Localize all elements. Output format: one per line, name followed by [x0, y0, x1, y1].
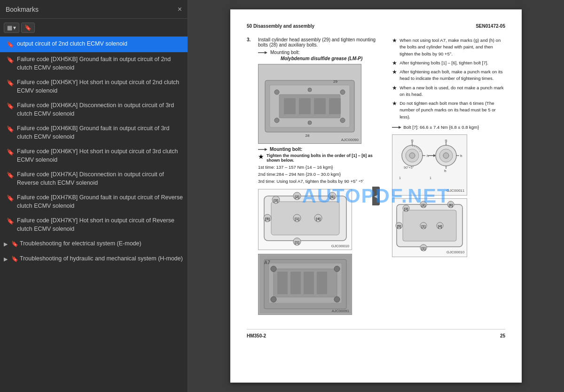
- sidebar-collapse-button[interactable]: ◀: [372, 187, 380, 205]
- bookmark-icon: 🔖: [7, 171, 13, 180]
- bookmark-text: Troubleshooting for electrical system (E…: [20, 240, 183, 248]
- bookmark-icon: 🔖: [7, 194, 13, 203]
- svg-text:1: 1: [430, 176, 431, 180]
- mounting-bolt-section: Mounting bolt: ★ Tighten the mounting bo…: [258, 147, 385, 185]
- chevron-right-icon: ▶: [4, 241, 9, 248]
- note-item: ★ After tightening bolts [1] – [6], tigh…: [392, 60, 505, 66]
- bookmark-text: Troubleshooting of hydraulic and mechani…: [20, 255, 183, 263]
- svg-rect-43: [317, 272, 327, 294]
- bookmark-icon: 🔖: [11, 240, 18, 248]
- list-item[interactable]: 🔖 Failure code [DXH6KB] Ground fault in …: [0, 121, 188, 144]
- close-button[interactable]: ×: [178, 5, 182, 14]
- cross-section-svg: g h 90°+5°: [394, 137, 465, 193]
- sidebar: Bookmarks × ▦ ▾ 🔖 🔖 output circuit of 2n…: [0, 0, 188, 392]
- image-label-cross: GJC00011: [446, 188, 464, 194]
- list-item[interactable]: 🔖 Failure code [DXH7KB] Ground fault in …: [0, 190, 188, 213]
- engine-top-image: 28 29 AJC00090: [258, 64, 361, 144]
- grease-label: Molybdenum disulfide grease (LM-P): [258, 56, 385, 61]
- svg-text:[3]: [3]: [274, 198, 278, 203]
- cross-section-diagram: g h 90°+5°: [392, 134, 467, 196]
- svg-text:h: h: [444, 169, 446, 173]
- engine-bottom-svg: A7: [259, 255, 351, 314]
- tighten-star-row: ★ Tighten the mounting bolts in the orde…: [258, 153, 385, 163]
- notes-column: ★ When not using tool A7, make marks (g)…: [392, 37, 505, 257]
- bookmarks-list: 🔖 output circuit of 2nd clutch ECMV sole…: [0, 37, 188, 392]
- svg-point-44: [271, 266, 276, 272]
- svg-text:g: g: [445, 138, 447, 142]
- bookmark-text: Failure code [DXH6KY] Hot short in outpu…: [17, 148, 183, 164]
- note-text: When a new bolt is used, do not make a p…: [400, 85, 505, 98]
- list-item[interactable]: 🔖 Failure code [DXH5KY] Hot short in out…: [0, 75, 188, 98]
- list-item[interactable]: 🔖 Failure code [DXH7KA] Disconnection in…: [0, 167, 188, 190]
- list-item[interactable]: 🔖 Failure code [DXH5KB] Ground fault in …: [0, 52, 188, 75]
- image-label-bolt1: GJC00010: [331, 244, 349, 248]
- bookmark-button[interactable]: 🔖: [21, 23, 35, 33]
- footer-left: HM350-2: [247, 333, 266, 338]
- note-item: ★ When not using tool A7, make marks (g)…: [392, 37, 505, 57]
- bolt-order-right-svg: [3] [2] [6] [5]: [394, 201, 465, 255]
- tighten-order: 1st time: 137 – 157 Nm {14 – 16 kgm} 2nd…: [258, 164, 385, 185]
- bookmark-icon: 🔖: [7, 148, 13, 157]
- bookmark-text: output circuit of 2nd clutch ECMV soleno…: [17, 40, 183, 48]
- svg-point-52: [409, 153, 415, 158]
- svg-marker-49: [399, 126, 401, 129]
- star-icon: ★: [258, 153, 264, 160]
- mounting-bolt-title: Mounting bolt:: [258, 147, 385, 152]
- svg-rect-40: [277, 272, 288, 294]
- bookmark-text: Failure code [DXH5KY] Hot short in outpu…: [17, 78, 183, 95]
- bookmark-icon: 🔖: [24, 24, 31, 31]
- bolt-diagram-bottom: [3] [2] [6] [5]: [258, 189, 352, 250]
- svg-point-47: [334, 297, 340, 302]
- note-item: ★ When a new bolt is used, do not make a…: [392, 85, 505, 98]
- list-item[interactable]: 🔖 Failure code [DXH7KY] Hot short in out…: [0, 213, 188, 236]
- arrow-icon: [258, 50, 267, 55]
- star-icon: ★: [392, 85, 397, 98]
- list-item[interactable]: 🔖 Failure code [DXH6KY] Hot short in out…: [0, 144, 188, 167]
- star-icon: ★: [392, 37, 397, 57]
- svg-text:28: 28: [306, 133, 310, 138]
- view-dropdown-icon: ▾: [13, 24, 16, 31]
- svg-rect-11: [284, 98, 296, 114]
- note-text: Do not tighten each bolt more than 6 tim…: [400, 100, 505, 120]
- mounting-bolt-label: Mounting bolt:: [258, 50, 385, 55]
- svg-point-6: [274, 118, 279, 123]
- header-left: 50 Disassembly and assembly: [247, 24, 314, 29]
- bookmark-text: Failure code [DXH6KB] Ground fault in ou…: [17, 125, 183, 141]
- list-item[interactable]: ▶ 🔖 Troubleshooting for electrical syste…: [0, 236, 188, 251]
- svg-rect-42: [304, 272, 314, 294]
- svg-text:[1]: [1]: [422, 225, 426, 228]
- svg-point-4: [274, 90, 279, 94]
- tighten-3rd: 3rd time: Using tool A7, tighten the bol…: [258, 178, 385, 185]
- left-column: 3. Install cylinder head assembly (29) a…: [247, 37, 385, 320]
- main-section: 3. Install cylinder head assembly (29) a…: [247, 37, 505, 320]
- bookmark-text: Failure code [DXH7KB] Ground fault in ou…: [17, 194, 183, 210]
- star-icon: ★: [392, 100, 397, 120]
- svg-text:29: 29: [333, 79, 337, 84]
- svg-point-45: [334, 266, 340, 272]
- note-text: After tightening bolts [1] – [6], tighte…: [400, 60, 488, 66]
- bookmark-text: Failure code [DXH7KY] Hot short in outpu…: [17, 217, 183, 233]
- bookmark-icon: 🔖: [11, 255, 18, 263]
- svg-point-8: [308, 88, 312, 92]
- star-icon: ★: [392, 60, 397, 66]
- list-item[interactable]: 🔖 Failure code [DXH6KA] Disconnection in…: [0, 98, 188, 121]
- svg-text:[4]: [4]: [438, 225, 442, 228]
- sidebar-header: Bookmarks ×: [0, 0, 188, 19]
- svg-point-9: [308, 121, 312, 125]
- bookmark-icon: 🔖: [7, 102, 13, 110]
- svg-point-5: [340, 90, 345, 94]
- view-options-button[interactable]: ▦ ▾: [4, 23, 19, 33]
- image-label-top: AJC00090: [341, 138, 359, 142]
- image-label-engine-bottom: AJC00091: [332, 309, 349, 313]
- step-content: Install cylinder head assembly (29) and …: [258, 37, 385, 315]
- svg-marker-1: [265, 51, 267, 54]
- svg-text:[5]: [5]: [397, 225, 401, 228]
- svg-text:[5]: [5]: [265, 217, 270, 221]
- svg-text:[1]: [1]: [295, 240, 299, 244]
- note-item: ★ Do not tighten each bolt more than 6 t…: [392, 100, 505, 120]
- svg-text:[1]: [1]: [295, 217, 299, 221]
- list-item[interactable]: 🔖 output circuit of 2nd clutch ECMV sole…: [0, 37, 188, 52]
- bookmark-icon: 🔖: [7, 56, 13, 64]
- bookmark-text: Failure code [DXH6KA] Disconnection in o…: [17, 102, 183, 118]
- list-item[interactable]: ▶ 🔖 Troubleshooting of hydraulic and mec…: [0, 251, 188, 267]
